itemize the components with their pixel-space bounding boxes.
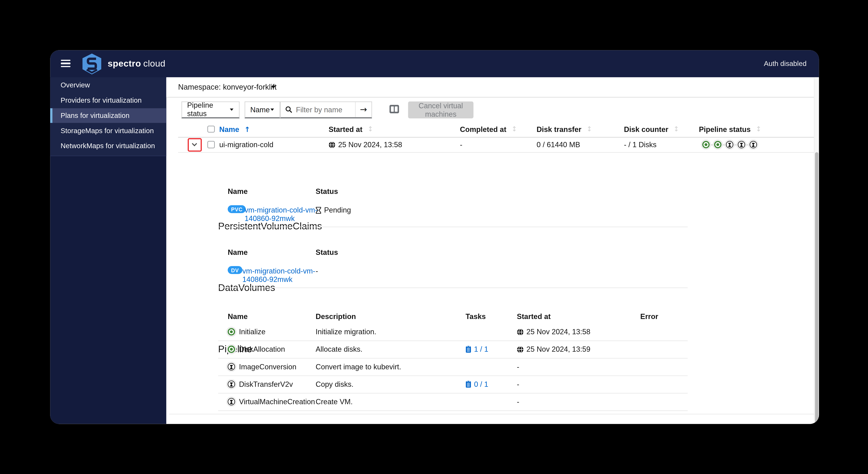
column-management-icon[interactable] [390, 105, 399, 113]
auth-status: Auth disabled [764, 50, 806, 77]
brand-text: spectrocloud [107, 50, 165, 77]
chevron-down-icon[interactable] [271, 86, 275, 88]
task-status-success-icon [228, 340, 235, 358]
namespace-bar: Namespace: konveyor-forklift [166, 77, 819, 97]
sidebar-nav: Overview Providers for virtualization Pl… [50, 77, 166, 156]
task-name: DiskAllocation [239, 340, 285, 358]
task-status-pending-icon [228, 358, 235, 375]
divider [218, 227, 688, 227]
dv-header-status: Status [316, 248, 338, 257]
dv-name-link-line2[interactable]: 140860-92mwk [242, 275, 292, 283]
plans-table-header: Name ↑ Started at ↕ Completed at ↕ Disk … [178, 121, 814, 138]
plan-disk-counter: - / 1 Disks [624, 137, 657, 152]
dv-badge: DV [228, 266, 242, 274]
dv-status: - [316, 267, 318, 275]
task-name: Initialize [239, 323, 266, 340]
sidebar-item-networkmaps[interactable]: NetworkMaps for virtualization [50, 138, 166, 153]
task-name: DiskTransferV2v [239, 376, 293, 393]
spectro-cloud-logo-icon [83, 54, 102, 75]
column-header-pipeline-status[interactable]: Pipeline status ↕ [699, 121, 762, 137]
globe-icon [517, 328, 524, 335]
pvc-header-status: Status [316, 187, 338, 196]
divider [169, 414, 814, 414]
task-name: ImageConversion [239, 358, 296, 375]
clipboard-icon [465, 381, 471, 388]
sort-icon: ↕ [512, 125, 517, 133]
row-expander-button[interactable] [187, 138, 202, 151]
plan-completed-at: - [460, 137, 462, 152]
task-description: Convert image to kubevirt. [316, 358, 401, 375]
pipeline-row: DiskAllocation Allocate disks. 1 / 1 25 … [218, 340, 688, 358]
top-bar: spectrocloud Auth disabled [50, 50, 819, 78]
pvc-status: Pending [316, 206, 351, 214]
column-header-disk-transfer[interactable]: Disk transfer ↕ [537, 121, 592, 137]
task-description: Copy disks. [316, 376, 353, 393]
sidebar-item-overview[interactable]: Overview [50, 78, 166, 93]
plan-row: ui-migration-cold 25 Nov 2024, 13:58 - 0… [178, 137, 814, 153]
search-submit-button[interactable]: → [355, 102, 371, 117]
task-started-at: 25 Nov 2024, 13:58 [517, 323, 590, 340]
app-window: spectrocloud Auth disabled Overview Prov… [50, 50, 819, 424]
pipeline-header-error: Error [640, 313, 658, 321]
sort-icon: ↕ [587, 125, 592, 133]
globe-icon [329, 141, 335, 148]
task-name: VirtualMachineCreation [239, 393, 315, 410]
pvc-badge: PVC [228, 205, 246, 213]
pvc-name-link-line2[interactable]: 140860-92mwk [245, 214, 295, 223]
task-started-at: 25 Nov 2024, 13:59 [517, 340, 590, 358]
sort-ascending-icon: ↑ [244, 125, 250, 134]
pvc-header-name: Name [228, 187, 248, 196]
task-started-at: - [517, 358, 519, 375]
plan-disk-transfer: 0 / 61440 MB [537, 137, 580, 152]
pipeline-step-success-icon [714, 141, 721, 148]
hamburger-menu-icon[interactable] [61, 60, 70, 67]
pipeline-row: DiskTransferV2v Copy disks. 0 / 1 - [218, 376, 688, 394]
column-header-completed-at[interactable]: Completed at ↕ [460, 121, 517, 137]
task-status-success-icon [228, 323, 235, 340]
plan-name: ui-migration-cold [219, 137, 273, 152]
dv-header-name: Name [228, 248, 248, 257]
dv-name-link[interactable]: vm-migration-cold-vm- [242, 267, 315, 275]
pipeline-header-description: Description [316, 313, 356, 321]
globe-icon [517, 346, 524, 353]
cancel-virtual-machines-button[interactable]: Cancel virtual machines [408, 101, 473, 118]
hourglass-icon [316, 207, 321, 213]
task-tasks-link[interactable]: 0 / 1 [465, 376, 488, 393]
pipeline-header-name: Name [228, 313, 248, 321]
sidebar-item-storagemaps[interactable]: StorageMaps for virtualization [50, 123, 166, 138]
sidebar-item-providers[interactable]: Providers for virtualization [50, 93, 166, 108]
scrollbar-thumb[interactable] [815, 152, 818, 424]
pipeline-row: ImageConversion Convert image to kubevir… [218, 358, 688, 376]
column-header-disk-counter[interactable]: Disk counter ↕ [624, 121, 679, 137]
task-tasks-link[interactable]: 1 / 1 [465, 340, 488, 358]
row-checkbox[interactable] [208, 137, 215, 152]
pipeline-header-tasks: Tasks [465, 313, 486, 321]
pipeline-step-success-icon [702, 141, 710, 148]
task-status-pending-icon [228, 376, 235, 393]
sort-icon: ↕ [673, 125, 679, 133]
task-description: Allocate disks. [316, 340, 363, 358]
select-all-checkbox[interactable] [208, 121, 215, 137]
divider [218, 288, 688, 288]
column-header-name[interactable]: Name ↑ [219, 121, 250, 137]
pipeline-header-started-at: Started at [517, 313, 551, 321]
filter-type-select[interactable]: Pipeline status [181, 101, 240, 118]
filter-field-select[interactable]: Name [245, 101, 280, 118]
search-input[interactable]: Filter by name [296, 105, 355, 114]
screenshot-stage: spectrocloud Auth disabled Overview Prov… [0, 0, 868, 474]
clipboard-icon [465, 346, 471, 353]
sort-icon: ↕ [756, 125, 762, 133]
pipeline-step-pending-icon [726, 141, 733, 148]
pipeline-step-pending-icon [750, 141, 757, 148]
namespace-selector[interactable]: Namespace: konveyor-forklift [178, 77, 277, 97]
column-header-started-at[interactable]: Started at ↕ [329, 121, 373, 137]
task-description: Initialize migration. [316, 323, 376, 340]
pipeline-row: Initialize Initialize migration. 25 Nov … [218, 323, 688, 341]
plan-pipeline-status-steps [702, 137, 757, 152]
task-started-at: - [517, 393, 519, 410]
task-description: Create VM. [316, 393, 353, 410]
sidebar-item-plans[interactable]: Plans for virtualization [50, 108, 166, 123]
pvc-name-link[interactable]: vm-migration-cold-vm- [245, 206, 317, 214]
sidebar: Overview Providers for virtualization Pl… [50, 77, 166, 424]
plan-started-at: 25 Nov 2024, 13:58 [329, 137, 402, 152]
